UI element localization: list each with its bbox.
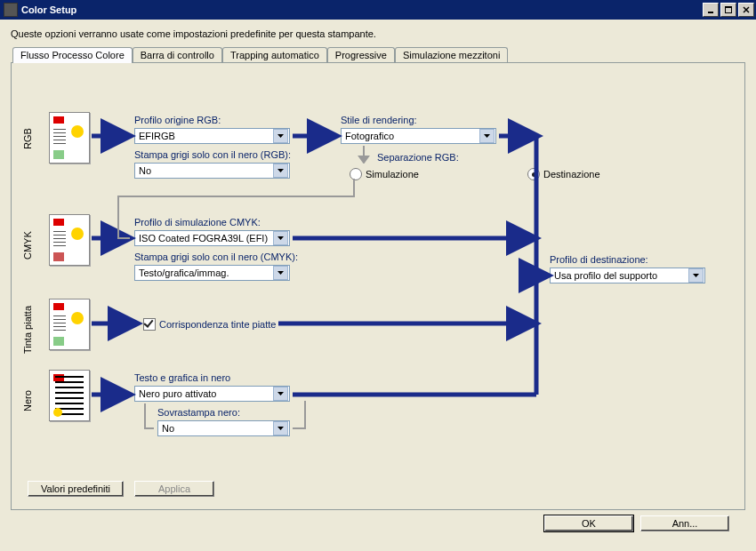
svg-marker-6 [277,169,284,172]
tab-halftone[interactable]: Simulazione mezzitoni [395,47,508,63]
label-rgb-source: Profilo origine RGB: [134,115,221,125]
select-out-profile[interactable]: Usa profilo del supporto [550,268,705,283]
chevron-down-icon [273,164,288,178]
thumb-rgb [49,112,90,164]
select-cmyk-sim-value: ISO Coated FOGRA39L (EFI) [139,233,273,244]
tab-colorflow[interactable]: Flusso Processo Colore [12,47,133,63]
checkbox-spot-match[interactable]: Corrispondenza tinte piatte [143,318,276,331]
tab-autotrap[interactable]: Trapping automatico [222,47,327,63]
checkbox-spot-match-label: Corrispondenza tinte piatte [159,319,276,330]
dialog-subtitle: Queste opzioni verranno usate come impos… [11,28,745,39]
select-cmyk-sim[interactable]: ISO Coated FOGRA39L (EFI) [134,230,290,246]
tab-strip: Flusso Processo Colore Barra di controll… [12,46,745,62]
cancel-button[interactable]: Ann... [640,515,729,531]
radio-simulation-label: Simulazione [366,169,419,180]
radio-simulation[interactable]: Simulazione [350,168,419,180]
svg-marker-10 [277,236,284,240]
label-cmyk-sim: Profilo di simulazione CMYK: [134,217,261,228]
label-rendering: Stile di rendering: [341,115,417,125]
titlebar: Color Setup [0,0,756,20]
defaults-button[interactable]: Valori predefiniti [28,481,124,497]
svg-marker-9 [359,156,368,163]
svg-marker-14 [693,274,699,277]
select-rendering-value: Fotografico [345,131,479,141]
chevron-down-icon [273,421,288,435]
section-black-label: Nero [22,374,33,427]
chevron-down-icon [273,129,288,143]
label-black-text: Testo e grafica in nero [134,372,230,383]
radio-destination-label: Destinazione [543,169,600,180]
select-gray-rgb-value: No [139,165,273,176]
thumb-cmyk [49,214,90,266]
section-spot-label: Tinta piatta [22,299,33,361]
svg-rect-0 [708,12,713,13]
select-rendering[interactable]: Fotografico [341,128,496,144]
chevron-down-icon [273,231,288,245]
select-rgb-source[interactable]: EFIRGB [134,128,290,144]
maximize-button[interactable] [720,3,736,17]
section-rgb-label: RGB [22,112,33,165]
svg-marker-5 [277,134,284,138]
close-button[interactable] [738,3,754,17]
svg-marker-11 [277,271,284,275]
select-overprint-value: No [162,423,273,434]
label-overprint: Sovrastampa nero: [157,407,240,418]
ok-button[interactable]: OK [544,515,633,531]
select-out-profile-value: Usa profilo del supporto [554,270,688,281]
svg-rect-2 [725,6,732,8]
select-gray-cmyk-value: Testo/grafica/immag. [139,268,273,278]
section-cmyk-label: CMYK [22,219,33,272]
apply-button[interactable]: Applica [134,481,214,497]
label-gray-rgb: Stampa grigi solo con il nero (RGB): [134,149,291,160]
select-black-text-value: Nero puro attivato [139,388,273,399]
label-gray-cmyk: Stampa grigi solo con il nero (CMYK): [134,252,298,262]
radio-destination[interactable]: Destinazione [527,168,600,180]
select-rgb-source-value: EFIRGB [139,131,273,141]
window-title: Color Setup [21,4,701,15]
svg-marker-13 [277,427,284,430]
app-icon [4,3,18,17]
minimize-button[interactable] [703,3,719,17]
chevron-down-icon [273,387,288,401]
chevron-down-icon [273,266,288,280]
tab-panel: RGB CMYK Tinta piatta Nero [11,62,745,510]
svg-marker-7 [484,134,490,138]
svg-marker-12 [277,392,284,395]
select-gray-cmyk[interactable]: Testo/grafica/immag. [134,265,290,281]
tab-controlbar[interactable]: Barra di controllo [133,47,222,63]
thumb-spot [49,299,90,350]
select-overprint[interactable]: No [157,420,290,436]
select-gray-rgb[interactable]: No [134,163,290,179]
thumb-black [49,370,90,421]
select-black-text[interactable]: Nero puro attivato [134,386,290,402]
label-rgb-sep: Separazione RGB: [377,152,459,163]
label-out-profile: Profilo di destinazione: [550,254,648,265]
chevron-down-icon [479,129,495,143]
chevron-down-icon [688,268,704,283]
tab-progressive[interactable]: Progressive [327,47,395,63]
